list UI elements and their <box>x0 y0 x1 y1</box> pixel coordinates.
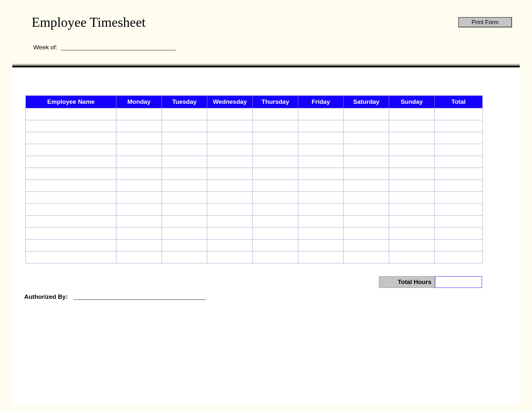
table-cell[interactable] <box>435 216 483 228</box>
table-cell[interactable] <box>253 156 298 168</box>
table-cell[interactable] <box>298 192 344 204</box>
table-cell[interactable] <box>389 192 435 204</box>
table-cell[interactable] <box>435 180 483 192</box>
table-cell[interactable] <box>389 216 435 228</box>
total-hours-value[interactable] <box>435 276 482 288</box>
table-cell[interactable] <box>26 228 116 240</box>
table-cell[interactable] <box>389 144 435 156</box>
table-cell[interactable] <box>116 120 162 132</box>
table-cell[interactable] <box>435 120 483 132</box>
table-cell[interactable] <box>207 132 253 144</box>
table-cell[interactable] <box>162 204 207 216</box>
table-cell[interactable] <box>344 156 389 168</box>
table-cell[interactable] <box>116 180 162 192</box>
table-cell[interactable] <box>435 144 483 156</box>
table-cell[interactable] <box>435 204 483 216</box>
table-cell[interactable] <box>435 168 483 180</box>
table-cell[interactable] <box>116 251 162 263</box>
table-cell[interactable] <box>298 132 344 144</box>
table-cell[interactable] <box>435 156 483 168</box>
table-cell[interactable] <box>344 216 389 228</box>
table-cell[interactable] <box>207 144 253 156</box>
table-cell[interactable] <box>298 251 344 263</box>
print-form-button[interactable]: Print Form <box>458 17 512 27</box>
table-cell[interactable] <box>253 251 298 263</box>
table-cell[interactable] <box>207 156 253 168</box>
table-cell[interactable] <box>435 132 483 144</box>
table-cell[interactable] <box>116 144 162 156</box>
table-cell[interactable] <box>389 156 435 168</box>
table-cell[interactable] <box>389 132 435 144</box>
table-cell[interactable] <box>26 144 116 156</box>
table-cell[interactable] <box>116 132 162 144</box>
table-cell[interactable] <box>435 108 483 120</box>
table-cell[interactable] <box>344 251 389 263</box>
table-cell[interactable] <box>162 251 207 263</box>
table-cell[interactable] <box>26 156 116 168</box>
table-cell[interactable] <box>389 251 435 263</box>
table-cell[interactable] <box>116 240 162 251</box>
table-cell[interactable] <box>162 228 207 240</box>
table-cell[interactable] <box>389 240 435 251</box>
table-cell[interactable] <box>344 228 389 240</box>
table-cell[interactable] <box>344 108 389 120</box>
table-cell[interactable] <box>344 192 389 204</box>
table-cell[interactable] <box>344 240 389 251</box>
table-cell[interactable] <box>253 120 298 132</box>
table-cell[interactable] <box>207 240 253 251</box>
table-cell[interactable] <box>116 216 162 228</box>
table-cell[interactable] <box>389 180 435 192</box>
table-cell[interactable] <box>435 228 483 240</box>
table-cell[interactable] <box>298 180 344 192</box>
table-cell[interactable] <box>298 240 344 251</box>
table-cell[interactable] <box>344 120 389 132</box>
table-cell[interactable] <box>298 144 344 156</box>
table-cell[interactable] <box>207 120 253 132</box>
table-cell[interactable] <box>162 240 207 251</box>
table-cell[interactable] <box>207 108 253 120</box>
table-cell[interactable] <box>344 132 389 144</box>
table-cell[interactable] <box>162 192 207 204</box>
table-cell[interactable] <box>435 240 483 251</box>
table-cell[interactable] <box>253 216 298 228</box>
table-cell[interactable] <box>253 192 298 204</box>
week-of-input-line[interactable] <box>61 50 176 50</box>
table-cell[interactable] <box>253 228 298 240</box>
table-cell[interactable] <box>435 192 483 204</box>
table-cell[interactable] <box>344 204 389 216</box>
table-cell[interactable] <box>162 180 207 192</box>
table-cell[interactable] <box>26 168 116 180</box>
table-cell[interactable] <box>26 192 116 204</box>
table-cell[interactable] <box>207 251 253 263</box>
table-cell[interactable] <box>26 204 116 216</box>
table-cell[interactable] <box>162 144 207 156</box>
table-cell[interactable] <box>162 108 207 120</box>
table-cell[interactable] <box>207 204 253 216</box>
table-cell[interactable] <box>253 204 298 216</box>
table-cell[interactable] <box>253 144 298 156</box>
table-cell[interactable] <box>298 108 344 120</box>
table-cell[interactable] <box>207 192 253 204</box>
table-cell[interactable] <box>389 228 435 240</box>
table-cell[interactable] <box>116 204 162 216</box>
table-cell[interactable] <box>298 168 344 180</box>
table-cell[interactable] <box>26 180 116 192</box>
table-cell[interactable] <box>207 228 253 240</box>
table-cell[interactable] <box>253 240 298 251</box>
table-cell[interactable] <box>162 168 207 180</box>
table-cell[interactable] <box>162 120 207 132</box>
table-cell[interactable] <box>116 156 162 168</box>
table-cell[interactable] <box>26 240 116 251</box>
table-cell[interactable] <box>344 144 389 156</box>
table-cell[interactable] <box>207 216 253 228</box>
table-cell[interactable] <box>298 204 344 216</box>
table-cell[interactable] <box>298 120 344 132</box>
table-cell[interactable] <box>298 156 344 168</box>
table-cell[interactable] <box>389 168 435 180</box>
table-cell[interactable] <box>162 156 207 168</box>
table-cell[interactable] <box>389 204 435 216</box>
table-cell[interactable] <box>26 132 116 144</box>
table-cell[interactable] <box>207 180 253 192</box>
table-cell[interactable] <box>162 216 207 228</box>
table-cell[interactable] <box>298 228 344 240</box>
